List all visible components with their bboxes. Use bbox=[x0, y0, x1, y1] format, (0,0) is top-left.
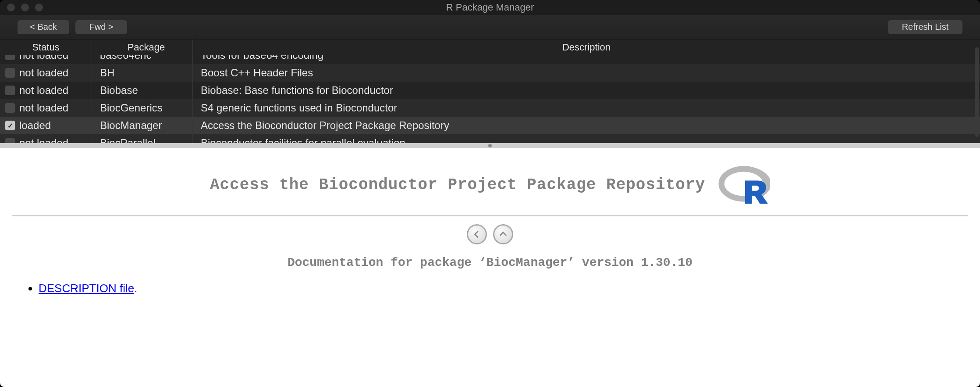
splitter-grip-icon bbox=[488, 144, 492, 147]
doc-up-button[interactable] bbox=[493, 224, 513, 244]
list-item: DESCRIPTION file. bbox=[39, 282, 968, 295]
doc-link-list: DESCRIPTION file. bbox=[39, 282, 968, 295]
table-row[interactable]: not loadedBiocParallelBioconductor facil… bbox=[0, 134, 980, 143]
cell-status: not loaded bbox=[0, 55, 92, 64]
loaded-checkbox[interactable]: ✓ bbox=[5, 121, 15, 130]
table-header: Status Package Description bbox=[0, 39, 980, 55]
toolbar: < Back Fwd > Refresh List bbox=[0, 15, 980, 39]
doc-subtitle: Documentation for package ‘BiocManager’ … bbox=[12, 256, 968, 269]
r-logo-icon bbox=[717, 164, 770, 206]
cell-status: not loaded bbox=[0, 99, 92, 117]
cell-package: Biobase bbox=[92, 82, 193, 99]
loaded-checkbox[interactable] bbox=[5, 68, 15, 78]
cell-description: Bioconductor facilities for parallel eva… bbox=[193, 137, 980, 143]
cell-description: Boost C++ Header Files bbox=[193, 67, 980, 79]
table-row[interactable]: not loadedBHBoost C++ Header Files bbox=[0, 64, 980, 82]
description-file-link[interactable]: DESCRIPTION file bbox=[39, 282, 134, 295]
table-row[interactable]: not loadedBiobaseBiobase: Base functions… bbox=[0, 82, 980, 99]
vertical-scrollbar[interactable] bbox=[975, 47, 979, 137]
loaded-checkbox[interactable] bbox=[5, 103, 15, 113]
arrow-left-icon bbox=[472, 229, 482, 239]
status-text: not loaded bbox=[19, 102, 68, 114]
cell-description: Biobase: Base functions for Bioconductor bbox=[193, 84, 980, 97]
table-row[interactable]: not loadedBiocGenericsS4 generic functio… bbox=[0, 99, 980, 117]
cell-status: not loaded bbox=[0, 82, 92, 99]
status-text: loaded bbox=[19, 119, 51, 132]
arrow-up-icon bbox=[498, 229, 508, 239]
status-text: not loaded bbox=[19, 84, 68, 97]
refresh-list-button[interactable]: Refresh List bbox=[888, 20, 962, 34]
documentation-pane: Access the Bioconductor Project Package … bbox=[0, 148, 980, 387]
status-text: not loaded bbox=[19, 137, 68, 143]
cell-description: Tools for base64 encoding bbox=[193, 55, 980, 61]
status-text: not loaded bbox=[19, 55, 68, 61]
table-row[interactable]: not loadedbase64encTools for base64 enco… bbox=[0, 55, 980, 64]
doc-divider bbox=[12, 215, 968, 216]
cell-status: not loaded bbox=[0, 64, 92, 82]
column-header-description[interactable]: Description bbox=[193, 42, 980, 53]
table-row[interactable]: ✓loadedBiocManagerAccess the Bioconducto… bbox=[0, 117, 980, 134]
cell-status: ✓loaded bbox=[0, 117, 92, 134]
window: R Package Manager < Back Fwd > Refresh L… bbox=[0, 0, 980, 387]
titlebar: R Package Manager bbox=[0, 0, 980, 15]
column-header-package[interactable]: Package bbox=[92, 39, 193, 55]
back-button[interactable]: < Back bbox=[18, 20, 69, 34]
status-text: not loaded bbox=[19, 67, 68, 79]
cell-package: BiocParallel bbox=[92, 134, 193, 143]
cell-description: S4 generic functions used in Bioconducto… bbox=[193, 102, 980, 114]
forward-button[interactable]: Fwd > bbox=[75, 20, 127, 34]
loaded-checkbox[interactable] bbox=[5, 86, 15, 95]
doc-prev-button[interactable] bbox=[467, 224, 487, 244]
cell-package: base64enc bbox=[92, 55, 193, 64]
loaded-checkbox[interactable] bbox=[5, 138, 15, 143]
cell-description: Access the Bioconductor Project Package … bbox=[193, 119, 980, 132]
cell-package: BiocManager bbox=[92, 117, 193, 134]
cell-package: BH bbox=[92, 64, 193, 82]
loaded-checkbox[interactable] bbox=[5, 55, 15, 60]
table-body: not loadedbase64encTools for base64 enco… bbox=[0, 55, 980, 143]
link-suffix: . bbox=[134, 282, 137, 295]
column-header-status[interactable]: Status bbox=[0, 39, 92, 55]
window-title: R Package Manager bbox=[0, 2, 980, 13]
cell-package: BiocGenerics bbox=[92, 99, 193, 117]
pane-splitter[interactable] bbox=[0, 143, 980, 148]
doc-title: Access the Bioconductor Project Package … bbox=[210, 176, 705, 194]
cell-status: not loaded bbox=[0, 134, 92, 143]
